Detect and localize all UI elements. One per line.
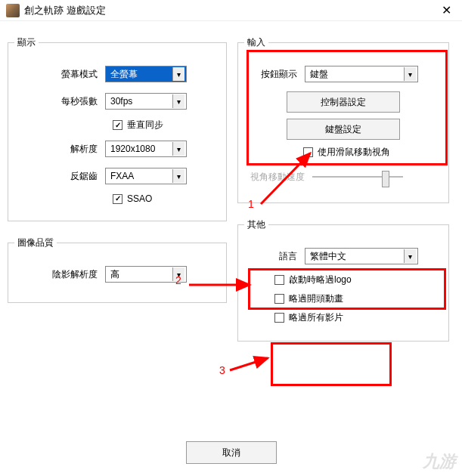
window-title: 創之軌跡 遊戲設定 (24, 4, 437, 17)
chevron-down-icon (172, 142, 184, 156)
close-icon[interactable]: ✕ (437, 3, 456, 17)
annotation-arrow-3 (228, 354, 274, 376)
skip-opening-label: 略過開頭動畫 (289, 292, 343, 305)
skip-videos-checkbox[interactable] (274, 313, 284, 323)
display-group: 顯示 螢幕模式 全螢幕 每秒張數 30fps 垂直同步 解析度 192 (8, 36, 227, 221)
aa-label: 反鋸齒 (14, 170, 105, 183)
input-legend: 輸入 (244, 36, 268, 49)
vsync-checkbox[interactable] (113, 120, 122, 130)
fps-select[interactable]: 30fps (105, 93, 187, 110)
chevron-down-icon (172, 94, 184, 108)
vsync-label: 垂直同步 (127, 119, 163, 131)
svg-line-2 (230, 358, 268, 370)
image-quality-group: 圖像品質 陰影解析度 高 (8, 236, 227, 303)
language-select[interactable]: 繁體中文 (305, 248, 418, 264)
annotation-box-3 (271, 342, 392, 386)
language-label: 語言 (244, 250, 305, 263)
button-display-select[interactable]: 鍵盤 (305, 66, 418, 82)
chevron-down-icon (404, 67, 416, 81)
display-legend: 顯示 (14, 36, 39, 49)
cancel-button[interactable]: 取消 (186, 441, 277, 464)
camera-speed-slider[interactable] (312, 169, 403, 184)
app-icon (6, 4, 20, 17)
screen-mode-select[interactable]: 全螢幕 (105, 66, 187, 82)
other-legend: 其他 (244, 218, 268, 231)
ssao-checkbox[interactable] (113, 194, 122, 204)
controller-settings-button[interactable]: 控制器設定 (287, 91, 400, 113)
camera-speed-label: 視角移動速度 (250, 171, 305, 184)
annotation-num-3: 3 (219, 364, 225, 376)
skip-opening-checkbox[interactable] (274, 294, 284, 304)
resolution-select[interactable]: 1920x1080 (105, 141, 187, 157)
chevron-down-icon (172, 267, 184, 281)
resolution-label: 解析度 (14, 143, 105, 156)
image-quality-legend: 圖像品質 (14, 236, 57, 249)
screen-mode-label: 螢幕模式 (14, 68, 105, 81)
chevron-down-icon (172, 67, 184, 81)
skip-logo-checkbox[interactable] (274, 275, 284, 285)
chevron-down-icon (404, 249, 416, 263)
mouse-view-checkbox[interactable] (303, 147, 313, 157)
ssao-label: SSAO (127, 193, 152, 204)
shadow-select[interactable]: 高 (105, 266, 187, 283)
fps-label: 每秒張數 (14, 95, 105, 108)
skip-videos-label: 略過所有影片 (289, 311, 343, 324)
keyboard-settings-button[interactable]: 鍵盤設定 (287, 119, 400, 140)
input-group: 輸入 按鈕顯示 鍵盤 控制器設定 鍵盤設定 使用滑鼠移動視角 視角移動速度 (237, 36, 449, 203)
skip-logo-label: 啟動時略過logo (289, 274, 352, 286)
aa-select[interactable]: FXAA (105, 168, 187, 184)
other-group: 其他 語言 繁體中文 啟動時略過logo 略過開頭動畫 略過所有影片 (237, 218, 449, 342)
mouse-view-label: 使用滑鼠移動視角 (318, 146, 390, 159)
shadow-label: 陰影解析度 (14, 268, 105, 281)
button-display-label: 按鈕顯示 (244, 68, 305, 81)
chevron-down-icon (172, 169, 184, 183)
